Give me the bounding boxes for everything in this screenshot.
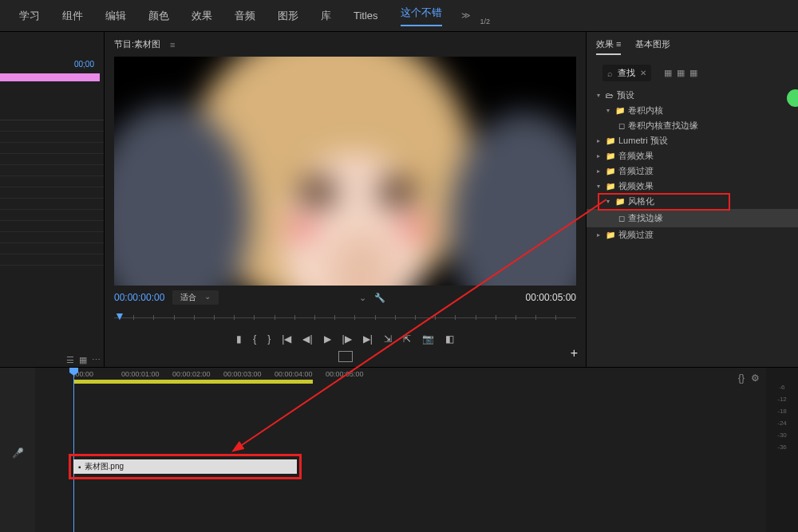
program-ruler[interactable]: ▼ xyxy=(114,309,576,329)
tab-titles[interactable]: Titles xyxy=(342,5,389,26)
tabs-overflow-icon[interactable]: ≫ xyxy=(461,10,471,21)
step-back-icon[interactable]: ◀| xyxy=(302,333,312,345)
button-editor-icon[interactable]: + xyxy=(571,346,578,361)
tag2-icon[interactable]: ▦ xyxy=(677,68,685,78)
tree-audio-trans[interactable]: ▸📁音频过渡 xyxy=(587,164,798,179)
tree-conv-kernel[interactable]: ▾📁卷积内核 xyxy=(587,103,798,118)
highlight-box-effect xyxy=(598,193,730,211)
highlight-box-clip xyxy=(69,454,302,479)
tab-color[interactable]: 颜色 xyxy=(137,4,180,28)
tree-find-edges-row[interactable]: ◻查找边缘 xyxy=(587,209,798,227)
search-icon: ⌕ xyxy=(607,69,613,78)
tab-audio[interactable]: 音频 xyxy=(223,4,267,28)
source-timecode: 00;00 xyxy=(74,60,94,69)
search-value: 查找 xyxy=(618,67,635,79)
comparison-icon[interactable]: ◧ xyxy=(445,333,454,345)
tab-library[interactable]: 库 xyxy=(310,4,342,28)
seq-settings-icon[interactable]: ⚙ xyxy=(751,372,760,384)
mic-icon[interactable]: 🎤 xyxy=(12,447,24,459)
goto-in-icon[interactable]: |◀ xyxy=(282,333,291,345)
duration-timecode: 00:00:05:00 xyxy=(526,292,576,303)
audio-meter: -6 -12 -18 -24 -30 -36 xyxy=(766,368,798,532)
tab-custom[interactable]: 这个不错 xyxy=(389,1,453,31)
resolution-label[interactable]: 1/2 xyxy=(480,18,490,26)
workspace-tabs: 学习 组件 编辑 颜色 效果 音频 图形 库 Titles 这个不错 ≫ xyxy=(0,0,798,32)
clear-search-icon[interactable]: ✕ xyxy=(640,69,646,77)
marker-icon[interactable]: ▮ xyxy=(236,333,242,345)
extract-icon[interactable]: ⇱ xyxy=(403,333,411,345)
program-title: 节目:素材图 xyxy=(105,32,586,57)
in-point-icon[interactable]: { xyxy=(253,333,256,345)
work-area-bar[interactable] xyxy=(73,380,313,384)
tab-graphics[interactable]: 图形 xyxy=(267,4,310,28)
timeline-tracks[interactable]: :00:00 00:00:01:00 00:00:02:00 00:00:03:… xyxy=(35,368,766,532)
tree-presets[interactable]: ▾🗁预设 xyxy=(587,88,798,103)
program-monitor: 节目:素材图 00:00:00:00 适合⌄ 1/2 ⌄ 🔧 00:00:05:… xyxy=(104,32,587,367)
source-panel: 00;00 ☰ ▦ ⋯ xyxy=(0,32,104,367)
tree-conv-find-edges[interactable]: ◻卷积内核查找边缘 xyxy=(587,118,798,133)
tree-video-trans[interactable]: ▸📁视频过渡 xyxy=(587,227,798,242)
tab-effects[interactable]: 效果 xyxy=(180,4,223,28)
list-view-icon[interactable]: ☰ xyxy=(66,355,74,365)
out-point-icon[interactable]: } xyxy=(267,333,271,345)
tag1-icon[interactable]: ▦ xyxy=(664,68,672,78)
tree-audio-fx[interactable]: ▸📁音频效果 xyxy=(587,148,798,164)
export-frame-icon[interactable]: 📷 xyxy=(422,333,434,345)
step-fwd-icon[interactable]: |▶ xyxy=(342,333,352,345)
tree-video-fx[interactable]: ▾📁视频效果 xyxy=(587,179,798,194)
timeline-tools: 🎤 xyxy=(0,368,35,532)
seq-opts-icon[interactable]: {} xyxy=(738,372,745,384)
source-clip-bar[interactable] xyxy=(0,73,100,81)
tab-learn[interactable]: 学习 xyxy=(8,4,51,28)
tag3-icon[interactable]: ▦ xyxy=(689,68,697,78)
current-timecode[interactable]: 00:00:00:00 xyxy=(114,292,164,303)
opts-icon[interactable]: ⋯ xyxy=(92,355,101,365)
lift-icon[interactable]: ⇲ xyxy=(384,333,392,345)
tab-assembly[interactable]: 组件 xyxy=(51,4,94,28)
effects-tab[interactable]: 效果 ≡ xyxy=(596,38,621,55)
grid-view-icon[interactable]: ▦ xyxy=(79,355,87,365)
timeline-panel: 🎤 :00:00 00:00:01:00 00:00:02:00 00:00:0… xyxy=(0,367,798,532)
tab-edit[interactable]: 编辑 xyxy=(94,4,137,28)
wrench-icon[interactable]: 🔧 xyxy=(374,293,385,303)
play-icon[interactable]: ▶ xyxy=(324,333,331,345)
effects-panel: 效果 ≡ 基本图形 ⌕ 查找 ✕ ▦ ▦ ▦ ▾🗁预设 ▾📁卷积内核 ◻卷积内核… xyxy=(587,32,798,367)
goto-out-icon[interactable]: ▶| xyxy=(363,333,373,345)
effects-search[interactable]: ⌕ 查找 ✕ xyxy=(602,65,651,81)
essential-graphics-tab[interactable]: 基本图形 xyxy=(635,38,670,55)
timeline-playhead[interactable] xyxy=(73,368,74,532)
zoom-fit-dropdown[interactable]: 适合⌄ xyxy=(172,290,219,305)
safe-margins-icon[interactable] xyxy=(338,351,353,362)
effects-tree: ▾🗁预设 ▾📁卷积内核 ◻卷积内核查找边缘 ▸📁Lumetri 预设 ▸📁音频效… xyxy=(587,85,798,246)
tree-lumetri[interactable]: ▸📁Lumetri 预设 xyxy=(587,133,798,148)
video-preview[interactable] xyxy=(114,57,576,286)
transport-controls: ▮ { } |◀ ◀| ▶ |▶ ▶| ⇲ ⇱ 📷 ◧ xyxy=(105,329,586,349)
